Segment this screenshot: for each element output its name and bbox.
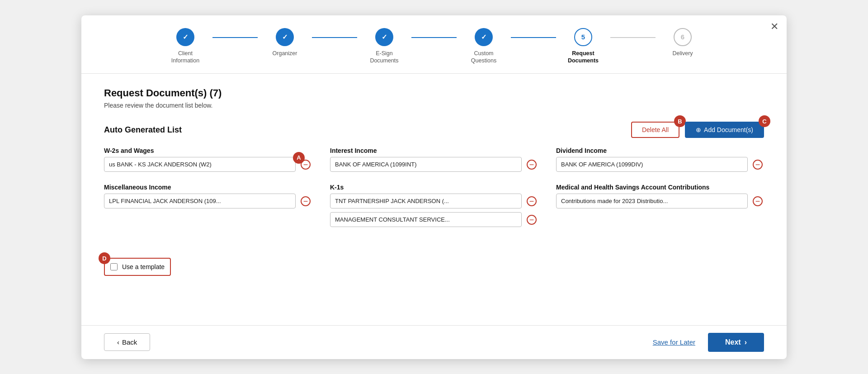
doc-input-misc[interactable] (104, 194, 296, 208)
modal: ✕ ✓ ClientInformation ✓ Organizer ✓ E-Si… (81, 15, 787, 359)
doc-group-label-w2s: W-2s and Wages (104, 147, 312, 154)
footer-right: Save for Later Next › (653, 333, 764, 352)
checkmark-icon: ✓ (282, 33, 288, 41)
doc-item-w2: − A (104, 157, 312, 172)
step-label-client-info: ClientInformation (171, 50, 200, 65)
step-custom-questions: ✓ CustomQuestions (457, 28, 511, 65)
doc-group-label-misc: Miscellaneous Income (104, 184, 312, 191)
add-document-label: Add Document(s) (704, 126, 753, 133)
step-request-documents: 5 RequestDocuments (556, 28, 610, 65)
step-circle-esign: ✓ (375, 28, 393, 46)
doc-input-w2[interactable] (104, 157, 296, 172)
doc-group-k1s: K-1s − − (330, 184, 538, 231)
step-label-organizer: Organizer (273, 50, 297, 57)
connector-5 (610, 37, 656, 38)
remove-circle-icon-6: − (527, 215, 537, 225)
use-template-container: D Use a template (104, 258, 171, 276)
page-title: Request Document(s) (7) (104, 87, 764, 99)
doc-item-medical: − (556, 194, 764, 208)
step-client-info: ✓ ClientInformation (158, 28, 212, 65)
connector-2 (312, 37, 357, 38)
doc-item-dividend: − (556, 157, 764, 172)
header-actions: Delete All B ⊕ Add Document(s) C (631, 122, 764, 138)
step-esign: ✓ E-SignDocuments (357, 28, 411, 65)
doc-input-medical[interactable] (556, 194, 748, 208)
back-icon: ‹ (117, 338, 119, 346)
remove-w2-button[interactable]: − A (299, 158, 312, 171)
doc-item-k1s-2: − (330, 212, 538, 227)
delete-all-button[interactable]: Delete All (631, 122, 679, 138)
remove-k1s-1-button[interactable]: − (525, 195, 538, 208)
checkmark-icon: ✓ (183, 33, 189, 41)
connector-1 (212, 37, 258, 38)
back-label: Back (122, 338, 137, 346)
doc-group-interest: Interest Income − (330, 147, 538, 175)
save-for-later-button[interactable]: Save for Later (653, 338, 695, 346)
doc-input-interest[interactable] (330, 157, 522, 172)
auto-list-title: Auto Generated List (104, 125, 182, 135)
step-label-request: RequestDocuments (568, 50, 599, 65)
step-circle-delivery: 6 (674, 28, 692, 46)
page-subtitle: Please review the document list below. (104, 102, 764, 109)
step-label-esign: E-SignDocuments (370, 50, 398, 65)
add-document-button[interactable]: ⊕ Add Document(s) (685, 122, 764, 138)
remove-interest-button[interactable]: − (525, 158, 538, 171)
remove-medical-button[interactable]: − (751, 195, 764, 208)
step-circle-request: 5 (574, 28, 592, 46)
connector-3 (411, 37, 457, 38)
doc-group-label-medical: Medical and Health Savings Account Contr… (556, 184, 764, 191)
doc-input-k1s-2[interactable] (330, 212, 522, 227)
connector-4 (511, 37, 556, 38)
remove-circle-icon-5: − (527, 196, 537, 206)
remove-k1s-2-button[interactable]: − (525, 213, 538, 226)
doc-group-w2s: W-2s and Wages − A (104, 147, 312, 175)
checkmark-icon: ✓ (382, 33, 387, 41)
step-number-delivery: 6 (681, 33, 684, 41)
doc-group-misc: Miscellaneous Income − (104, 184, 312, 231)
doc-item-misc: − (104, 194, 312, 208)
doc-input-k1s-1[interactable] (330, 194, 522, 208)
remove-circle-icon: − (301, 160, 311, 170)
step-circle-custom: ✓ (475, 28, 493, 46)
document-grid: W-2s and Wages − A Interest Income − (104, 147, 764, 239)
doc-group-label-dividend: Dividend Income (556, 147, 764, 154)
doc-group-dividend: Dividend Income − (556, 147, 764, 175)
step-number-request: 5 (581, 33, 585, 41)
step-circle-client-info: ✓ (176, 28, 194, 46)
add-icon: ⊕ (696, 126, 701, 133)
badge-d: D (99, 252, 110, 264)
remove-circle-icon-7: − (753, 196, 763, 206)
back-button[interactable]: ‹ Back (104, 333, 150, 351)
doc-input-dividend[interactable] (556, 157, 748, 172)
remove-misc-button[interactable]: − (299, 195, 312, 208)
doc-item-k1s-1: − (330, 194, 538, 208)
doc-item-interest: − (330, 157, 538, 172)
main-content: Request Document(s) (7) Please review th… (81, 74, 787, 325)
auto-list-header: Auto Generated List Delete All B ⊕ Add D… (104, 122, 764, 138)
checkmark-icon: ✓ (481, 33, 487, 41)
step-circle-organizer: ✓ (276, 28, 294, 46)
step-label-delivery: Delivery (672, 50, 693, 57)
step-organizer: ✓ Organizer (258, 28, 312, 57)
stepper: ✓ ClientInformation ✓ Organizer ✓ E-Sign… (81, 15, 787, 74)
doc-group-label-k1s: K-1s (330, 184, 538, 191)
step-delivery: 6 Delivery (656, 28, 710, 57)
close-button[interactable]: ✕ (770, 22, 778, 32)
next-icon: › (745, 338, 747, 346)
doc-group-medical: Medical and Health Savings Account Contr… (556, 184, 764, 231)
step-label-custom: CustomQuestions (471, 50, 496, 65)
use-template-checkbox[interactable] (110, 263, 118, 270)
remove-circle-icon-4: − (301, 196, 311, 206)
remove-dividend-button[interactable]: − (751, 158, 764, 171)
next-label: Next (725, 338, 741, 346)
next-button[interactable]: Next › (708, 333, 764, 352)
remove-circle-icon-3: − (753, 160, 763, 170)
use-template-label: Use a template (122, 263, 165, 270)
remove-circle-icon-2: − (527, 160, 537, 170)
footer: ‹ Back Save for Later Next › (81, 325, 787, 359)
doc-group-label-interest: Interest Income (330, 147, 538, 154)
